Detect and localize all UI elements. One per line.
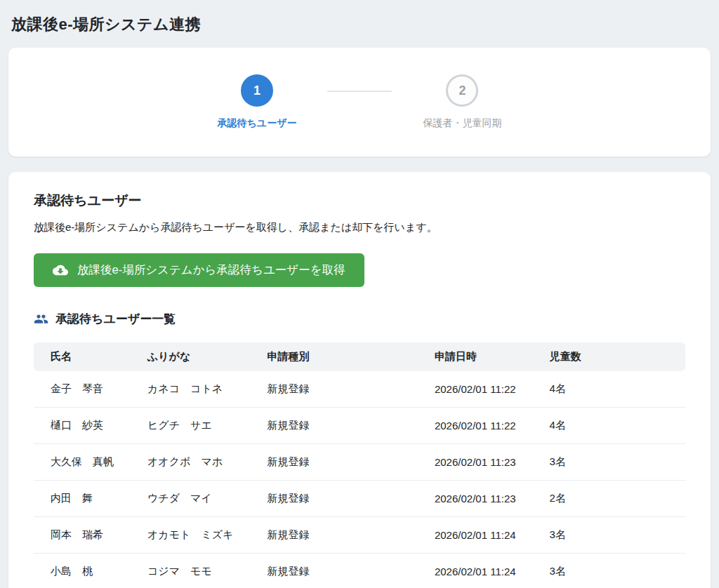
stepper-card: 1 承認待ちユーザー 2 保護者・児童同期: [8, 48, 711, 156]
cell-children-count: 3名: [533, 554, 685, 588]
column-header-name: 氏名: [34, 342, 131, 371]
cell-furigana: ウチダ マイ: [131, 481, 250, 517]
column-header-application-datetime: 申請日時: [418, 342, 533, 371]
cell-children-count: 4名: [533, 371, 685, 408]
column-header-application-type: 申請種別: [250, 342, 417, 371]
cell-name: 内田 舞: [34, 481, 131, 517]
page-title: 放課後e-場所システム連携: [11, 14, 708, 35]
section-description: 放課後e-場所システムから承認待ちユーザーを取得し、承認または却下を行います。: [34, 221, 685, 234]
step-guardian-child-sync[interactable]: 2 保護者・児童同期: [423, 74, 501, 130]
cell-application-datetime: 2026/02/01 11:22: [418, 408, 533, 444]
step-2-circle: 2: [446, 74, 478, 107]
cell-name: 小島 桃: [34, 554, 131, 588]
cloud-download-icon: [53, 262, 68, 278]
cell-application-type: 新規登録: [250, 517, 417, 554]
cell-children-count: 3名: [533, 517, 685, 554]
stepper: 1 承認待ちユーザー 2 保護者・児童同期: [218, 74, 502, 130]
pending-users-table: 氏名 ふりがな 申請種別 申請日時 児童数 金子 琴音 カネコ コトネ 新規登録…: [34, 342, 685, 588]
cell-name: 樋口 紗英: [34, 408, 131, 444]
cell-children-count: 2名: [533, 481, 685, 517]
cell-furigana: オカモト ミズキ: [131, 517, 250, 554]
table-row[interactable]: 金子 琴音 カネコ コトネ 新規登録 2026/02/01 11:22 4名: [34, 371, 685, 408]
table-header-row: 氏名 ふりがな 申請種別 申請日時 児童数: [34, 342, 685, 371]
cell-application-datetime: 2026/02/01 11:22: [418, 371, 533, 408]
cell-children-count: 3名: [533, 444, 685, 481]
section-title: 承認待ちユーザー: [34, 192, 685, 210]
table-row[interactable]: 内田 舞 ウチダ マイ 新規登録 2026/02/01 11:23 2名: [34, 481, 685, 517]
cell-application-datetime: 2026/02/01 11:24: [418, 517, 533, 554]
page-root: 放課後e-場所システム連携 1 承認待ちユーザー 2 保護者・児童同期 承認待ち…: [0, 0, 719, 588]
step-1-circle: 1: [241, 74, 273, 107]
cell-application-type: 新規登録: [250, 481, 417, 517]
cell-name: 岡本 瑞希: [34, 517, 131, 554]
pending-users-list-title: 承認待ちユーザー一覧: [55, 311, 176, 327]
table-row[interactable]: 樋口 紗英 ヒグチ サエ 新規登録 2026/02/01 11:22 4名: [34, 408, 685, 444]
cell-furigana: オオクボ マホ: [131, 444, 250, 481]
cell-application-type: 新規登録: [250, 408, 417, 444]
cell-application-type: 新規登録: [250, 554, 417, 588]
users-icon: [34, 312, 48, 326]
step-2-label: 保護者・児童同期: [423, 117, 501, 130]
column-header-furigana: ふりがな: [131, 342, 250, 371]
pending-users-card: 承認待ちユーザー 放課後e-場所システムから承認待ちユーザーを取得し、承認または…: [8, 172, 711, 588]
pending-users-list-heading: 承認待ちユーザー一覧: [34, 311, 685, 327]
cell-application-datetime: 2026/02/01 11:23: [418, 444, 533, 481]
cell-name: 金子 琴音: [34, 371, 131, 408]
cell-application-datetime: 2026/02/01 11:23: [418, 481, 533, 517]
cell-name: 大久保 真帆: [34, 444, 131, 481]
table-row[interactable]: 大久保 真帆 オオクボ マホ 新規登録 2026/02/01 11:23 3名: [34, 444, 685, 481]
table-row[interactable]: 岡本 瑞希 オカモト ミズキ 新規登録 2026/02/01 11:24 3名: [34, 517, 685, 554]
fetch-pending-users-button[interactable]: 放課後e-場所システムから承認待ちユーザーを取得: [34, 253, 364, 287]
cell-furigana: ヒグチ サエ: [131, 408, 250, 444]
column-header-children-count: 児童数: [533, 342, 685, 371]
table-row[interactable]: 小島 桃 コジマ モモ 新規登録 2026/02/01 11:24 3名: [34, 554, 685, 588]
cell-application-type: 新規登録: [250, 371, 417, 408]
fetch-pending-users-button-label: 放課後e-場所システムから承認待ちユーザーを取得: [77, 262, 345, 278]
cell-furigana: コジマ モモ: [131, 554, 250, 588]
step-pending-users[interactable]: 1 承認待ちユーザー: [218, 74, 297, 130]
step-connector-line: [327, 91, 392, 92]
cell-furigana: カネコ コトネ: [131, 371, 250, 408]
cell-application-type: 新規登録: [250, 444, 417, 481]
cell-application-datetime: 2026/02/01 11:24: [418, 554, 533, 588]
cell-children-count: 4名: [533, 408, 685, 444]
step-1-label: 承認待ちユーザー: [218, 117, 297, 130]
